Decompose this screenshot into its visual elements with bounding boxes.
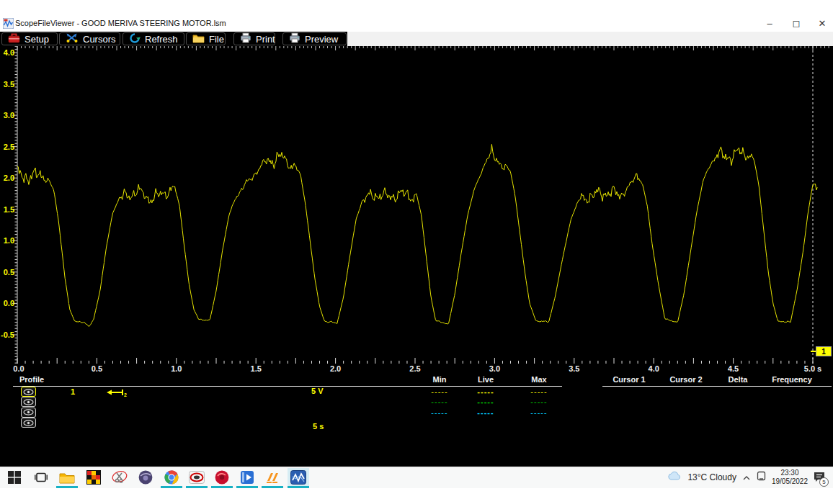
taskbar-file-explorer-icon[interactable] bbox=[56, 468, 78, 487]
toolbar-button-label: File bbox=[209, 34, 224, 45]
taskbar-oval-logo-app-icon[interactable] bbox=[186, 468, 208, 487]
column-header-cursor-1: Cursor 1 bbox=[612, 375, 645, 384]
x-axis-tick-label: 2.5 bbox=[409, 364, 420, 373]
running-indicator bbox=[288, 486, 309, 488]
minimize-button[interactable]: – bbox=[759, 17, 780, 30]
system-tray: 13°C Cloudy 23:30 19/05/2022 5 bbox=[667, 467, 833, 488]
profile-label: Profile bbox=[19, 375, 44, 384]
channel-4-visibility-toggle[interactable] bbox=[21, 418, 36, 428]
channel-marker-line bbox=[811, 351, 816, 352]
y-axis-tick-label: 2.5 bbox=[0, 143, 14, 151]
y-axis-tick-label: 3.0 bbox=[0, 111, 14, 120]
toolbar-button-label: Refresh bbox=[145, 34, 178, 45]
notification-badge: 5 bbox=[819, 477, 829, 487]
taskbar-mosaic-app-icon[interactable] bbox=[83, 468, 104, 487]
toolbar-button-label: Preview bbox=[305, 34, 338, 45]
svg-text:2: 2 bbox=[124, 392, 127, 397]
x-axis-tick-label: 1.0 bbox=[171, 364, 182, 373]
timebase-label: 5 s bbox=[313, 422, 324, 431]
channel-number: 1 bbox=[71, 387, 75, 396]
clock-date: 19/05/2022 bbox=[772, 477, 808, 485]
channel-1-marker[interactable]: 1 bbox=[816, 346, 832, 356]
x-axis-tick-label: 1.5 bbox=[251, 364, 262, 373]
tray-chevron-icon[interactable] bbox=[742, 471, 751, 484]
column-header-frequency: Frequency bbox=[772, 375, 812, 384]
divider bbox=[602, 386, 832, 387]
taskbar-media-player-icon[interactable] bbox=[236, 468, 258, 487]
taskbar-sphere-app-icon[interactable] bbox=[135, 468, 156, 487]
running-indicator bbox=[161, 486, 182, 488]
column-header-cursor-2: Cursor 2 bbox=[669, 375, 702, 384]
channel-3-visibility-toggle[interactable] bbox=[21, 408, 36, 418]
setup-button[interactable]: Setup bbox=[1, 32, 58, 45]
taskbar-chrome-icon[interactable] bbox=[161, 468, 182, 487]
preview-button[interactable]: Preview bbox=[282, 32, 347, 45]
scope-file-viewer-window: ScopeFileViewer - GOOD MERIVA STEERING M… bbox=[0, 0, 833, 504]
title-bar: ScopeFileViewer - GOOD MERIVA STEERING M… bbox=[0, 0, 833, 32]
channel-2-min-value: ----- bbox=[431, 397, 447, 406]
trigger-arrow-icon: 2 bbox=[107, 387, 128, 400]
printer-icon bbox=[289, 32, 300, 45]
notification-icon[interactable]: 5 bbox=[814, 471, 826, 485]
taskbar-snipping-app-icon[interactable] bbox=[109, 468, 130, 487]
running-indicator bbox=[236, 486, 258, 488]
y-axis-tick-label: 1.0 bbox=[0, 236, 14, 245]
divider bbox=[13, 386, 562, 387]
y-axis-tick-label: 4.0 bbox=[0, 48, 14, 57]
clock[interactable]: 23:30 19/05/2022 bbox=[772, 469, 808, 486]
close-button[interactable]: ✕ bbox=[811, 17, 833, 30]
taskbar-scope-app-icon[interactable] bbox=[288, 468, 309, 487]
file-button[interactable]: File bbox=[186, 32, 226, 45]
toolbar-button-label: Setup bbox=[24, 34, 49, 45]
taskbar-red-app-icon[interactable] bbox=[211, 468, 233, 487]
channel-3-min-value: ----- bbox=[431, 408, 447, 417]
taskbar-start-button[interactable] bbox=[4, 468, 25, 487]
x-axis-tick-label: 4.5 bbox=[728, 364, 739, 373]
y-axis-tick-label: 3.5 bbox=[0, 80, 14, 89]
weather-icon bbox=[667, 471, 682, 484]
refresh-icon bbox=[129, 32, 141, 46]
screen-margin bbox=[0, 488, 833, 504]
column-header-min: Min bbox=[433, 375, 447, 384]
printer-icon bbox=[240, 32, 251, 45]
column-header-live: Live bbox=[478, 375, 494, 384]
channel-2-visibility-toggle[interactable] bbox=[21, 397, 36, 407]
channel-3-live-value: ----- bbox=[477, 408, 494, 417]
running-indicator bbox=[186, 486, 208, 488]
running-indicator bbox=[56, 486, 78, 488]
column-header-max: Max bbox=[531, 375, 546, 384]
y-axis-tick-label: 1.5 bbox=[0, 205, 14, 214]
taskbar-task-view-icon[interactable] bbox=[30, 468, 52, 487]
tray-device-icon[interactable] bbox=[757, 471, 766, 484]
running-indicator bbox=[211, 486, 233, 488]
x-axis-tick-label: 0.5 bbox=[92, 364, 102, 373]
x-axis-tick-label: 3.5 bbox=[569, 364, 579, 373]
x-axis-tick-label: 0.0 bbox=[13, 364, 24, 373]
toolbox-icon bbox=[8, 32, 20, 45]
y-axis-tick-label: 2.0 bbox=[0, 174, 14, 182]
refresh-button[interactable]: Refresh bbox=[122, 32, 184, 45]
channel-1-live-value: ----- bbox=[477, 387, 494, 396]
channel-1-max-value: ----- bbox=[530, 387, 547, 396]
channel-1-min-value: ----- bbox=[431, 387, 447, 396]
window-title: ScopeFileViewer - GOOD MERIVA STEERING M… bbox=[15, 19, 226, 27]
waveform-channel-1 bbox=[17, 144, 817, 326]
y-axis-tick-label: -0.5 bbox=[0, 330, 14, 339]
x-axis-tick-label: 5.0 s bbox=[804, 364, 821, 373]
x-axis-tick-label: 2.0 bbox=[330, 364, 341, 373]
print-button[interactable]: Print bbox=[233, 32, 275, 45]
y-axis-tick-label: 0.0 bbox=[0, 299, 14, 307]
taskbar-orange-app-icon[interactable] bbox=[262, 468, 283, 487]
clock-time: 23:30 bbox=[780, 469, 798, 477]
toolbar-button-label: Print bbox=[256, 34, 275, 45]
y-axis-tick-label: 0.5 bbox=[0, 268, 14, 276]
scope-plot-area[interactable]: 4.03.53.02.52.01.51.00.50.0-0.5 1 bbox=[0, 46, 833, 364]
weather-text[interactable]: 13°C Cloudy bbox=[687, 472, 736, 482]
maximize-button[interactable]: ◻ bbox=[785, 17, 807, 30]
cursors-button[interactable]: Cursors bbox=[59, 32, 120, 45]
channel-1-visibility-toggle[interactable] bbox=[21, 387, 36, 397]
waveform-canvas bbox=[0, 46, 833, 364]
app-icon bbox=[3, 18, 14, 32]
channel-2-max-value: ----- bbox=[530, 397, 547, 406]
running-indicator bbox=[262, 486, 283, 488]
